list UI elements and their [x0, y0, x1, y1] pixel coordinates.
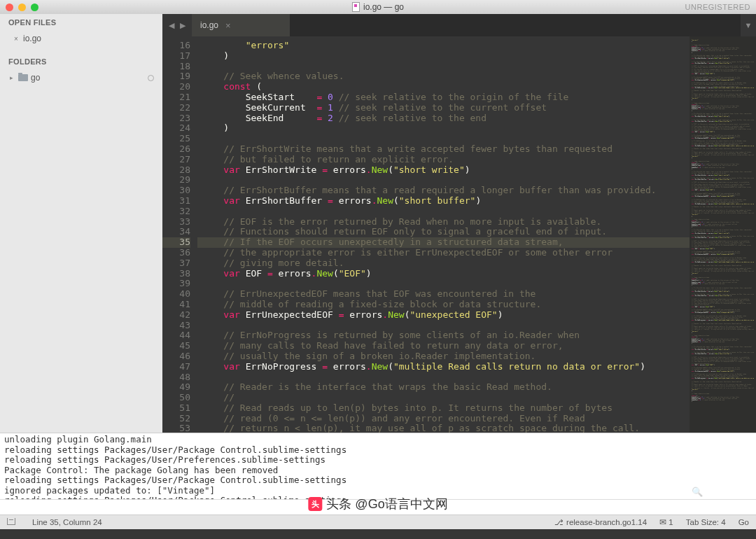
tab-size[interactable]: Tab Size: 4 — [686, 518, 726, 526]
console-line: unloading plugin Golang.main — [4, 435, 752, 445]
chevron-right-icon: ▸ — [10, 74, 15, 81]
folders-header: FOLDERS — [0, 53, 162, 70]
tab-bar: ◀ ▶ io.go × ▼ — [162, 14, 756, 36]
sidebar: OPEN FILES ×io.go FOLDERS ▸go — [0, 14, 162, 433]
line-number-gutter: 1617181920212223242526272829303132333435… — [162, 36, 197, 433]
unregistered-label: UNREGISTERED — [685, 3, 750, 11]
code-editor[interactable]: 1617181920212223242526272829303132333435… — [162, 36, 756, 433]
console-line: reloading settings Packages/User/Package… — [4, 445, 752, 456]
open-files-header: OPEN FILES — [0, 14, 162, 31]
maximize-window-button[interactable] — [31, 4, 38, 11]
window-title: io.go — go — [352, 2, 404, 12]
folder-name: go — [31, 73, 40, 83]
close-tab-icon[interactable]: × — [225, 20, 231, 31]
titlebar: io.go — go UNREGISTERED — [0, 0, 756, 14]
git-branch-icon: ⎇ — [554, 518, 564, 527]
file-name: io.go — [23, 34, 41, 43]
minimap[interactable]: "errors" ) // Seek whence values. const … — [690, 36, 756, 433]
nav-forward-icon[interactable]: ▶ — [178, 20, 188, 31]
file-icon — [352, 2, 360, 12]
status-bar: Line 35, Column 24 ⎇release-branch.go1.1… — [0, 514, 756, 529]
cursor-position[interactable]: Line 35, Column 24 — [32, 518, 102, 526]
open-file-item[interactable]: ×io.go — [0, 31, 162, 46]
git-branch[interactable]: ⎇release-branch.go1.14 — [554, 518, 647, 527]
tab-io-go[interactable]: io.go × — [192, 14, 290, 36]
console-line: reloading settings Packages/User/Prefere… — [4, 455, 752, 465]
tab-dropdown-icon[interactable]: ▼ — [741, 14, 756, 36]
close-file-icon[interactable]: × — [14, 35, 20, 43]
inbox-indicator[interactable]: ✉ 1 — [659, 517, 673, 527]
tab-label: io.go — [200, 20, 218, 30]
minimize-window-button[interactable] — [18, 4, 26, 11]
syntax-mode[interactable]: Go — [738, 518, 749, 526]
command-input[interactable] — [0, 499, 756, 514]
console-line: Package Control: The package Golang has … — [4, 465, 752, 476]
panel-switcher-icon[interactable] — [7, 518, 20, 526]
vcs-status-icon — [148, 75, 154, 81]
nav-back-icon[interactable]: ◀ — [167, 20, 176, 31]
console-line: ignored packages updated to: ["Vintage"] — [4, 486, 752, 496]
console-panel[interactable]: unloading plugin Golang.mainreloading se… — [0, 433, 756, 499]
window-title-text: io.go — go — [363, 2, 404, 12]
folder-item[interactable]: ▸go — [0, 70, 162, 85]
folder-icon — [18, 74, 28, 81]
console-line: reloading settings Packages/User/Package… — [4, 475, 752, 486]
close-window-button[interactable] — [6, 4, 13, 11]
